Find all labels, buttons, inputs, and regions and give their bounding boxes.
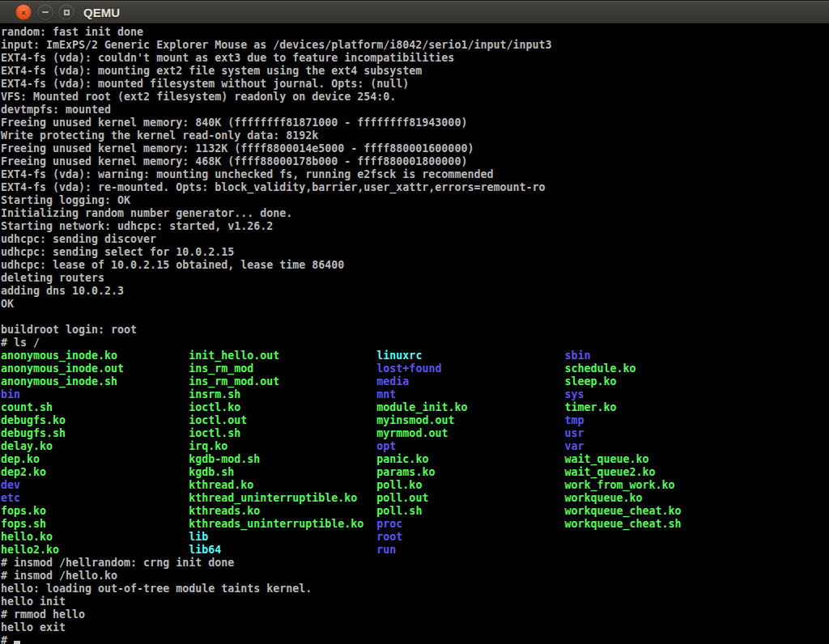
terminal-line: Write protecting the kernel read-only da… xyxy=(1,129,829,142)
terminal-line: hello: loading out-of-tree module taints… xyxy=(1,583,829,595)
terminal-line: udhcpc: sending discover xyxy=(1,233,829,246)
terminal-line: hello.ko lib root xyxy=(1,531,829,544)
terminal-line: devtmpfs: mounted xyxy=(1,104,829,117)
terminal-line: deleting routers xyxy=(1,272,829,285)
terminal-line: Freeing unused kernel memory: 468K (ffff… xyxy=(1,155,829,168)
terminal-line: etc kthread_uninterruptible.ko poll.out … xyxy=(1,492,829,505)
close-button[interactable]: ✕ xyxy=(15,4,32,20)
terminal-line: random: fast init done xyxy=(1,26,829,39)
minimize-icon xyxy=(42,11,49,13)
terminal-line: EXT4-fs (vda): couldn't mount as ext3 du… xyxy=(1,52,829,65)
terminal-line: fops.ko kthreads.ko poll.sh workqueue_ch… xyxy=(1,505,829,518)
terminal-line xyxy=(1,311,829,324)
terminal-line: VFS: Mounted root (ext2 filesystem) read… xyxy=(1,91,829,104)
terminal-line: udhcpc: lease of 10.0.2.15 obtained, lea… xyxy=(1,259,829,272)
titlebar[interactable]: ✕ QEMU xyxy=(0,0,829,23)
terminal-output[interactable]: random: fast init doneinput: ImExPS/2 Ge… xyxy=(0,23,829,644)
minimize-button[interactable] xyxy=(37,4,53,20)
terminal-line: # insmod /hellrandom: crng init done xyxy=(1,557,829,570)
terminal-line: EXT4-fs (vda): mounted filesystem withou… xyxy=(1,78,829,91)
terminal-line: Starting logging: OK xyxy=(1,194,829,207)
terminal-line: # ls / xyxy=(1,337,829,350)
terminal-line: debugfs.ko ioctl.out myinsmod.out tmp xyxy=(1,414,829,427)
terminal-line: dep2.ko kgdb.sh params.ko wait_queue2.ko xyxy=(1,466,829,479)
terminal-cursor xyxy=(14,641,20,644)
terminal-line: hello2.ko lib64 run xyxy=(1,544,829,557)
terminal-line: anonymous_inode.sh ins_rm_mod.out media … xyxy=(1,375,829,388)
terminal-line: EXT4-fs (vda): warning: mounting uncheck… xyxy=(1,168,829,181)
terminal-line: anonymous_inode.out ins_rm_mod lost+foun… xyxy=(1,362,829,375)
terminal-line: bin insrm.sh mnt sys xyxy=(1,388,829,401)
maximize-icon xyxy=(64,10,70,15)
terminal-line: EXT4-fs (vda): re-mounted. Opts: block_v… xyxy=(1,181,829,194)
terminal-line: dev kthread.ko poll.ko work_from_work.ko xyxy=(1,479,829,492)
terminal-line: hello exit xyxy=(1,621,829,634)
terminal-line: Starting network: udhcpc: started, v1.26… xyxy=(1,220,829,233)
terminal-line: # xyxy=(1,634,829,644)
terminal-line: Initializing random number generator... … xyxy=(1,207,829,220)
terminal-line: fops.sh kthreads_uninterruptible.ko proc… xyxy=(1,518,829,531)
terminal-line: input: ImExPS/2 Generic Explorer Mouse a… xyxy=(1,39,829,52)
maximize-button[interactable] xyxy=(58,4,74,20)
terminal-line: Freeing unused kernel memory: 1132K (fff… xyxy=(1,142,829,155)
terminal-line: delay.ko irq.ko opt var xyxy=(1,440,829,453)
terminal-line: count.sh ioctl.ko module_init.ko timer.k… xyxy=(1,401,829,414)
terminal-line: anonymous_inode.ko init_hello.out linuxr… xyxy=(1,350,829,362)
terminal-line: buildroot login: root xyxy=(1,324,829,337)
terminal-line: udhcpc: sending select for 10.0.2.15 xyxy=(1,246,829,259)
terminal-line: OK xyxy=(1,298,829,311)
terminal-line: adding dns 10.0.2.3 xyxy=(1,285,829,298)
qemu-window: ✕ QEMU random: fast init doneinput: ImEx… xyxy=(0,0,829,644)
terminal-line: debugfs.sh ioctl.sh myrmmod.out usr xyxy=(1,427,829,440)
close-icon: ✕ xyxy=(21,7,27,16)
terminal-line: hello init xyxy=(1,595,829,608)
terminal-line: dep.ko kgdb-mod.sh panic.ko wait_queue.k… xyxy=(1,453,829,466)
terminal-line: EXT4-fs (vda): mounting ext2 file system… xyxy=(1,65,829,78)
window-title: QEMU xyxy=(83,1,120,24)
terminal-line: # rmmod hello xyxy=(1,608,829,621)
terminal-line: Freeing unused kernel memory: 840K (ffff… xyxy=(1,117,829,129)
terminal-line: # insmod /hello.ko xyxy=(1,570,829,583)
